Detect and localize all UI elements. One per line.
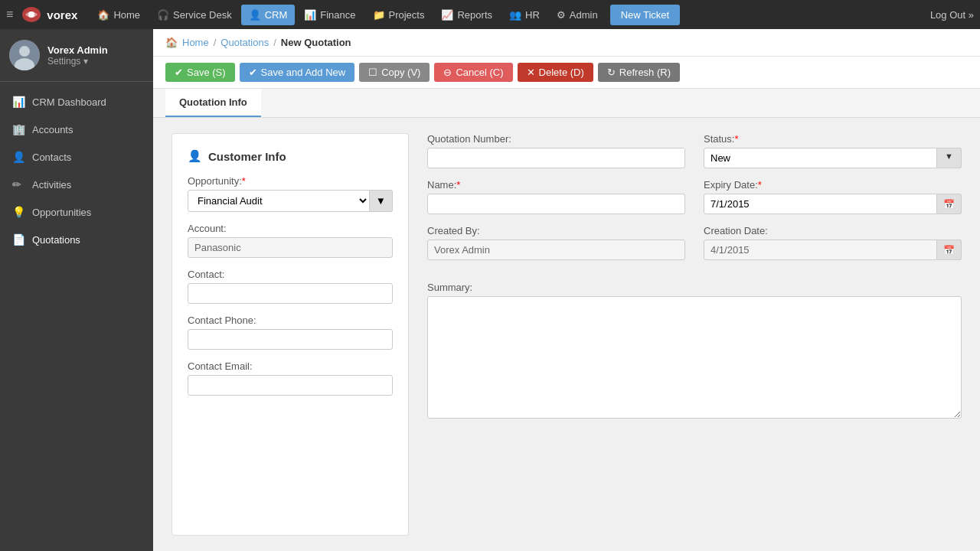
sidebar: Vorex Admin Settings ▾ 📊 CRM Dashboard 🏢… [0, 29, 153, 551]
refresh-icon: ↻ [607, 67, 616, 78]
nav-projects[interactable]: 📁 Projects [365, 5, 433, 25]
nav-finance[interactable]: 📊 Finance [296, 5, 363, 25]
nav-home[interactable]: 🏠 Home [90, 5, 148, 25]
sidebar-item-accounts[interactable]: 🏢 Accounts [0, 116, 153, 143]
quotations-icon: 📄 [12, 233, 24, 246]
contact-input[interactable] [188, 283, 393, 304]
sidebar-item-label: Contacts [32, 152, 71, 163]
sidebar-item-label: Accounts [32, 124, 73, 135]
account-label: Account: [188, 223, 393, 234]
copy-button[interactable]: ☐ Copy (V) [359, 63, 430, 82]
username-label: Vorex Admin [47, 44, 108, 56]
tab-quotation-info[interactable]: Quotation Info [165, 89, 261, 117]
status-select[interactable]: New [704, 148, 937, 168]
summary-group: Summary: [427, 282, 962, 421]
logo: vorex [21, 5, 77, 24]
sidebar-item-contacts[interactable]: 👤 Contacts [0, 143, 153, 171]
expiry-date-wrapper: 📅 [704, 194, 962, 214]
contact-phone-label: Contact Phone: [188, 315, 393, 326]
crm-dashboard-icon: 📊 [12, 96, 24, 108]
customer-panel-title: 👤 Customer Info [188, 149, 393, 163]
name-group: Name:* [427, 179, 685, 214]
cancel-button[interactable]: ⊖ Cancel (C) [434, 63, 512, 82]
nav-crm[interactable]: 👤 CRM [241, 5, 296, 25]
created-by-input [427, 240, 685, 260]
service-desk-icon: 🎧 [157, 9, 169, 21]
opportunity-group: Opportunity:* Financial Audit ▼ [188, 175, 393, 212]
creation-date-group: Creation Date: 📅 [704, 225, 962, 260]
sidebar-item-activities[interactable]: ✏ Activities [0, 171, 153, 198]
expiry-date-group: Expiry Date:* 📅 [704, 179, 962, 214]
right-top-fields: Quotation Number: Name:* Created By: [427, 133, 962, 271]
quotation-number-group: Quotation Number: [427, 133, 685, 168]
contact-email-label: Contact Email: [188, 360, 393, 372]
accounts-icon: 🏢 [12, 123, 24, 135]
creation-date-input [704, 240, 937, 260]
right-panel: Quotation Number: Name:* Created By: [427, 133, 962, 536]
account-group: Account: [188, 223, 393, 258]
copy-icon: ☐ [368, 67, 377, 78]
name-input[interactable] [427, 194, 685, 214]
form-area: 👤 Customer Info Opportunity:* Financial … [153, 118, 980, 551]
contact-email-input[interactable] [188, 375, 393, 396]
opportunities-icon: 💡 [12, 206, 24, 218]
logout-button[interactable]: Log Out » [930, 9, 974, 21]
new-ticket-button[interactable]: New Ticket [610, 5, 681, 25]
hr-icon: 👥 [509, 9, 521, 21]
save-and-add-button[interactable]: ✔ Save and Add New [240, 63, 355, 82]
opportunity-select[interactable]: Financial Audit [188, 190, 370, 212]
logo-text: vorex [47, 8, 77, 21]
top-navigation: ≡ vorex 🏠 Home 🎧 Service Desk 👤 CRM 📊 Fi… [0, 0, 980, 29]
sidebar-item-crm-dashboard[interactable]: 📊 CRM Dashboard [0, 88, 153, 116]
creation-date-calendar-btn[interactable]: 📅 [937, 240, 962, 260]
status-dropdown-arrow[interactable]: ▼ [937, 148, 962, 168]
summary-textarea[interactable] [427, 296, 962, 419]
cancel-icon: ⊖ [443, 67, 452, 78]
hamburger-menu-icon[interactable]: ≡ [6, 8, 13, 21]
breadcrumb-sep2: / [273, 37, 276, 48]
expiry-date-calendar-btn[interactable]: 📅 [937, 194, 962, 214]
toolbar: ✔ Save (S) ✔ Save and Add New ☐ Copy (V)… [153, 57, 980, 89]
sidebar-item-label: CRM Dashboard [32, 96, 106, 108]
quotation-number-input[interactable] [427, 148, 685, 168]
nav-hr[interactable]: 👥 HR [501, 5, 547, 25]
sidebar-item-quotations[interactable]: 📄 Quotations [0, 226, 153, 253]
contact-phone-input[interactable] [188, 329, 393, 350]
sidebar-item-label: Opportunities [32, 207, 91, 218]
save-button[interactable]: ✔ Save (S) [165, 63, 235, 82]
sidebar-item-opportunities[interactable]: 💡 Opportunities [0, 198, 153, 226]
breadcrumb-home-link[interactable]: Home [182, 37, 209, 48]
contact-phone-group: Contact Phone: [188, 315, 393, 350]
name-label: Name:* [427, 179, 685, 191]
contacts-icon: 👤 [12, 151, 24, 163]
account-input[interactable] [188, 237, 393, 258]
nav-reports[interactable]: 📈 Reports [433, 5, 500, 25]
projects-icon: 📁 [373, 9, 385, 21]
refresh-button[interactable]: ↻ Refresh (R) [598, 63, 680, 82]
breadcrumb-current: New Quotation [281, 37, 351, 48]
breadcrumb: 🏠 Home / Quotations / New Quotation [153, 29, 980, 57]
breadcrumb-quotations-link[interactable]: Quotations [220, 37, 269, 48]
opportunity-dropdown-btn[interactable]: ▼ [370, 190, 393, 212]
save-add-icon: ✔ [249, 67, 257, 78]
summary-label: Summary: [427, 282, 962, 293]
created-by-label: Created By: [427, 225, 685, 236]
right-right-fields: Status:* New ▼ Expiry Date:* [704, 133, 962, 271]
sidebar-item-label: Activities [32, 179, 71, 191]
admin-icon: ⚙ [557, 9, 566, 21]
status-wrapper: New ▼ [704, 148, 962, 168]
person-icon: 👤 [188, 149, 202, 163]
settings-link[interactable]: Settings ▾ [47, 56, 108, 67]
main-content: 🏠 Home / Quotations / New Quotation ✔ Sa… [153, 29, 980, 551]
creation-date-label: Creation Date: [704, 225, 962, 236]
nav-admin[interactable]: ⚙ Admin [549, 5, 606, 25]
reports-icon: 📈 [441, 9, 453, 21]
nav-service-desk[interactable]: 🎧 Service Desk [149, 5, 240, 25]
delete-button[interactable]: ✕ Delete (D) [518, 63, 593, 82]
crm-icon: 👤 [249, 9, 261, 21]
finance-icon: 📊 [304, 9, 316, 21]
creation-date-wrapper: 📅 [704, 240, 962, 260]
expiry-date-input[interactable] [704, 194, 937, 214]
expiry-date-label: Expiry Date:* [704, 179, 962, 191]
home-icon: 🏠 [97, 9, 109, 21]
